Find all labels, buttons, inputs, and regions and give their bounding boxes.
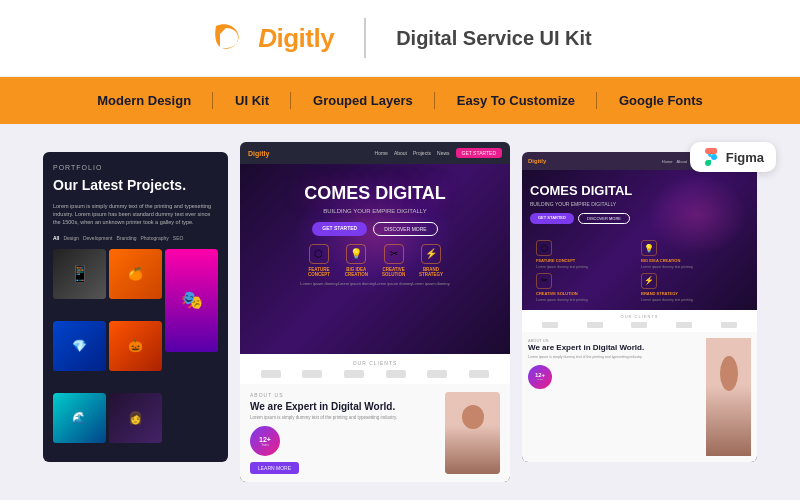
clients-logos [250, 370, 500, 378]
right-about-text: ABOUT US We are Expert in Digital World.… [528, 338, 700, 456]
tag-grouped-layers[interactable]: Grouped Layers [291, 87, 435, 114]
right-feature-label-brand: BRAND STRATEGY [641, 291, 743, 296]
center-clients: OUR CLIENTS [240, 354, 510, 384]
feature-icon-brand: ⚡ [421, 244, 441, 264]
client-logo-5 [427, 370, 447, 378]
hero-btn-outline[interactable]: DISCOVER MORE [373, 222, 438, 236]
logo-area: Digitly [208, 18, 334, 58]
feature-label-concept: FEATURECONCEPT [308, 267, 330, 278]
feature-desc-brand: Lorem ipsum dummy [412, 281, 449, 286]
left-panel-content: PORTFOLIO Our Latest Projects. Lorem ips… [43, 152, 228, 462]
tag-google-fonts[interactable]: Google Fonts [597, 87, 725, 114]
portfolio-grid: 📱 🍊 🎭 💎 🎃 🌊 [43, 249, 228, 462]
feature-label-creative: CREATIVESOLUTION [382, 267, 405, 278]
filter-branding[interactable]: Branding [116, 235, 136, 241]
tags-bar: Modern Design UI Kit Grouped Layers Easy… [0, 77, 800, 124]
header: Digitly Digital Service UI Kit [0, 0, 800, 77]
client-logo-4 [386, 370, 406, 378]
filter-photo[interactable]: Photography [140, 235, 168, 241]
right-feature-label-creative: CREATIVE SOLUTION [536, 291, 638, 296]
stat-num: 12+ [259, 436, 271, 443]
center-panel-content: Digitly Home About Projects News GET STA… [240, 142, 510, 482]
right-feature-icon-creative: ✂ [536, 273, 552, 289]
right-hero-subtitle: BUILDING YOUR EMPIRE DIGITALLY [530, 201, 749, 207]
right-feature-desc-creative: Lorem ipsum dummy text printing [536, 298, 638, 303]
about-title: We are Expert in Digital World. [250, 400, 437, 413]
about-image [445, 392, 500, 474]
right-clients-logos [528, 322, 751, 328]
tag-modern-design[interactable]: Modern Design [75, 87, 213, 114]
logo-text: Digitly [258, 23, 334, 54]
center-preview-panel: Digitly Home About Projects News GET STA… [240, 142, 510, 482]
feature-desc-big-idea: Lorem ipsum dummy [338, 281, 375, 286]
right-hero: COMES DIGITAL BUILDING YOUR EMPIRE DIGIT… [522, 170, 757, 310]
filter-seo[interactable]: SEO [173, 235, 184, 241]
feature-big-idea: 💡 BIG IDEACREATION Lorem ipsum dummy [338, 244, 375, 286]
grid-item-2: 🍊 [109, 249, 162, 318]
right-preview-panel: Digitly Home About Projects GET STARTED … [522, 152, 757, 462]
right-feature-label-concept: FEATURE CONCEPT [536, 258, 638, 263]
feature-desc-concept: Lorem ipsum dummy [300, 281, 337, 286]
right-hero-btn-outline[interactable]: DISCOVER MORE [578, 213, 630, 224]
right-nav-logo: Digitly [528, 158, 546, 164]
center-nav-btn: GET STARTED [456, 148, 502, 158]
right-about-title: We are Expert in Digital World. [528, 343, 700, 353]
right-client-logo-2 [587, 322, 603, 328]
nav-link-projects: Projects [413, 150, 431, 156]
right-stat-box: 12+ Years [528, 365, 552, 389]
filter-all[interactable]: All [53, 235, 59, 241]
right-clients-label: OUR CLIENTS [528, 314, 751, 319]
grid-item-1: 📱 [53, 249, 106, 318]
about-desc: Lorem ipsum is simply dummy text of the … [250, 415, 437, 422]
left-panel-desc: Lorem ipsum is simply dummy text of the … [43, 202, 228, 235]
page-wrapper: Digitly Digital Service UI Kit Modern De… [0, 0, 800, 500]
feature-creative: ✂ CREATIVESOLUTION Lorem ipsum dummy [375, 244, 412, 286]
filter-tabs: All Design Development Branding Photogra… [43, 235, 228, 249]
feature-concept: ⬡ FEATURECONCEPT Lorem ipsum dummy [300, 244, 337, 286]
figma-badge-text: Figma [726, 150, 764, 165]
figma-badge[interactable]: Figma [690, 142, 776, 172]
center-hero-buttons: GET STARTED DISCOVER MORE [312, 222, 437, 236]
figma-icon [702, 148, 720, 166]
tag-easy-customize[interactable]: Easy To Customize [435, 87, 597, 114]
svg-point-0 [711, 154, 717, 160]
feature-label-brand: BRANDSTRATEGY [419, 267, 443, 278]
filter-dev[interactable]: Development [83, 235, 112, 241]
right-hero-btn-primary[interactable]: GET STARTED [530, 213, 574, 224]
tag-ui-kit[interactable]: UI Kit [213, 87, 291, 114]
right-feature-icon-concept: ⬡ [536, 240, 552, 256]
center-features-row: ⬡ FEATURECONCEPT Lorem ipsum dummy 💡 BIG… [294, 236, 455, 294]
center-hero-subtitle: BUILDING YOUR EMPIRE DIGITALLY [323, 208, 426, 214]
right-person-silhouette [706, 338, 751, 456]
grid-item-3: 🎭 [165, 249, 218, 390]
header-divider [364, 18, 366, 58]
client-logo-1 [261, 370, 281, 378]
hero-btn-primary[interactable]: GET STARTED [312, 222, 367, 236]
portfolio-label: PORTFOLIO [43, 152, 228, 177]
nav-link-news: News [437, 150, 450, 156]
right-client-logo-3 [631, 322, 647, 328]
center-hero: COMES DIGITAL BUILDING YOUR EMPIRE DIGIT… [240, 164, 510, 354]
client-logo-2 [302, 370, 322, 378]
clients-label: OUR CLIENTS [250, 360, 500, 366]
about-text: ABOUT US We are Expert in Digital World.… [250, 392, 437, 474]
left-panel-title: Our Latest Projects. [43, 177, 228, 202]
right-hero-title: COMES DIGITAL [530, 184, 749, 198]
header-title: Digital Service UI Kit [396, 27, 592, 50]
filter-design[interactable]: Design [63, 235, 79, 241]
right-stat-label: Years [537, 378, 543, 381]
right-client-logo-5 [721, 322, 737, 328]
center-about: ABOUT US We are Expert in Digital World.… [240, 384, 510, 482]
stat-label: Years [261, 443, 269, 447]
center-hero-title: COMES DIGITAL [304, 184, 446, 204]
about-btn[interactable]: LEARN MORE [250, 462, 299, 474]
feature-desc-creative: Lorem ipsum dummy [375, 281, 412, 286]
grid-item-7: 👩 [109, 393, 162, 462]
right-feature-desc-big-idea: Lorem ipsum dummy text printing [641, 265, 743, 270]
right-feature-concept: ⬡ FEATURE CONCEPT Lorem ipsum dummy text… [536, 240, 638, 270]
main-content: Figma PORTFOLIO Our Latest Projects. Lor… [0, 124, 800, 500]
nav-link-home: Home [375, 150, 388, 156]
client-logo-3 [344, 370, 364, 378]
stat-box: 12+ Years [250, 426, 280, 456]
grid-item-4: 💎 [53, 321, 106, 390]
